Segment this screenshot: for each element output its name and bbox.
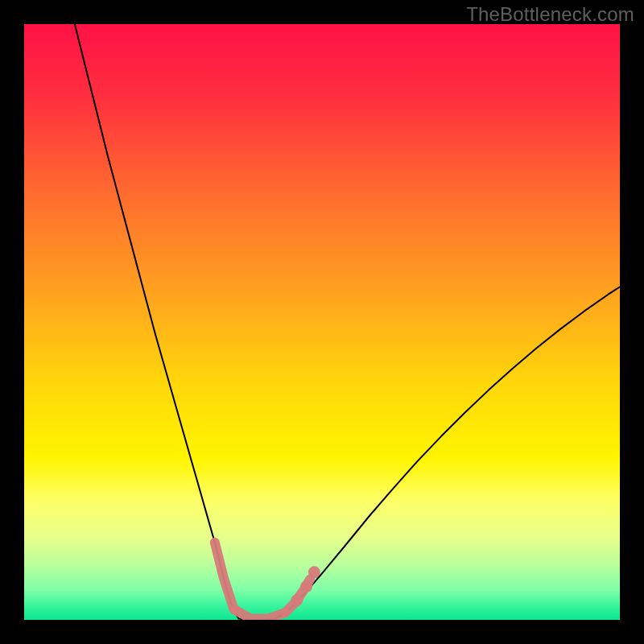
chart-frame: TheBottleneck.com	[0, 0, 644, 644]
highlight-dot-2	[308, 566, 320, 578]
gradient-background	[24, 24, 620, 620]
plot-area	[24, 24, 620, 620]
highlight-dot-1	[300, 580, 312, 592]
watermark-text: TheBottleneck.com	[466, 3, 634, 26]
chart-svg	[24, 24, 620, 620]
highlight-dot-0	[291, 594, 303, 606]
